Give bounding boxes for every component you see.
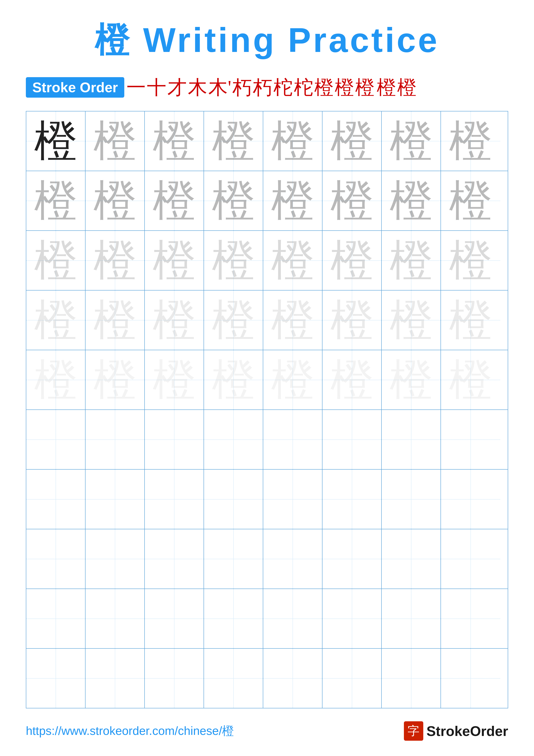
grid-cell-6-7[interactable] [382,410,441,469]
grid-cell-5-2[interactable]: 橙 [86,350,145,410]
grid-cell-6-3[interactable] [145,410,204,469]
grid-cell-9-1[interactable] [26,589,86,648]
stroke-12: 橙 [355,77,375,98]
practice-char: 橙 [449,179,492,222]
grid-cell-6-5[interactable] [263,410,322,469]
grid-cell-4-2[interactable]: 橙 [86,290,145,350]
grid-cell-3-2[interactable]: 橙 [86,231,145,290]
grid-cell-3-1[interactable]: 橙 [26,231,86,290]
grid-cell-9-2[interactable] [86,589,145,648]
grid-cell-10-3[interactable] [145,649,204,708]
grid-cell-1-7[interactable]: 橙 [382,111,441,171]
grid-cell-2-2[interactable]: 橙 [86,171,145,230]
grid-cell-10-6[interactable] [322,649,382,708]
grid-cell-1-4[interactable]: 橙 [204,111,263,171]
practice-char: 橙 [390,120,433,163]
grid-cell-8-1[interactable] [26,529,86,588]
grid-cell-5-4[interactable]: 橙 [204,350,263,410]
grid-cell-10-1[interactable] [26,649,86,708]
grid-row-7 [26,470,508,529]
grid-cell-3-7[interactable]: 橙 [382,231,441,290]
grid-cell-6-4[interactable] [204,410,263,469]
grid-cell-10-5[interactable] [263,649,322,708]
grid-cell-7-1[interactable] [26,470,86,529]
grid-cell-9-5[interactable] [263,589,322,648]
grid-cell-6-6[interactable] [322,410,382,469]
grid-cell-1-6[interactable]: 橙 [322,111,382,171]
grid-cell-6-8[interactable] [441,410,500,469]
page: 橙 Writing Practice Stroke Order 一 十 才 木 … [0,0,534,756]
stroke-14: 橙 [397,77,417,98]
grid-cell-8-3[interactable] [145,529,204,588]
grid-cell-5-8[interactable]: 橙 [441,350,500,410]
grid-cell-9-6[interactable] [322,589,382,648]
grid-cell-10-7[interactable] [382,649,441,708]
grid-cell-8-4[interactable] [204,529,263,588]
grid-row-4: 橙 橙 橙 橙 橙 橙 橙 橙 [26,290,508,350]
grid-row-8 [26,529,508,589]
footer-url: https://www.strokeorder.com/chinese/橙 [26,723,234,739]
grid-cell-1-3[interactable]: 橙 [145,111,204,171]
grid-cell-7-6[interactable] [322,470,382,529]
grid-cell-3-6[interactable]: 橙 [322,231,382,290]
grid-cell-6-1[interactable] [26,410,86,469]
grid-row-6 [26,410,508,470]
grid-cell-4-1[interactable]: 橙 [26,290,86,350]
grid-cell-10-8[interactable] [441,649,500,708]
practice-char: 橙 [390,299,433,342]
grid-cell-3-5[interactable]: 橙 [263,231,322,290]
practice-char: 橙 [153,299,196,342]
grid-cell-3-3[interactable]: 橙 [145,231,204,290]
grid-cell-4-4[interactable]: 橙 [204,290,263,350]
stroke-sequence: 一 十 才 木 木' 朽 朽 柁 柁 橙 橙 橙 橙 橙 [126,77,508,98]
grid-cell-8-2[interactable] [86,529,145,588]
grid-cell-4-7[interactable]: 橙 [382,290,441,350]
grid-cell-9-7[interactable] [382,589,441,648]
grid-cell-2-4[interactable]: 橙 [204,171,263,230]
grid-cell-3-8[interactable]: 橙 [441,231,500,290]
grid-cell-7-4[interactable] [204,470,263,529]
stroke-7: 朽 [253,77,272,98]
grid-cell-1-5[interactable]: 橙 [263,111,322,171]
grid-cell-7-7[interactable] [382,470,441,529]
grid-cell-7-5[interactable] [263,470,322,529]
grid-cell-5-6[interactable]: 橙 [322,350,382,410]
grid-cell-8-7[interactable] [382,529,441,588]
grid-cell-6-2[interactable] [86,410,145,469]
grid-cell-7-2[interactable] [86,470,145,529]
practice-grid: 橙 橙 橙 橙 橙 橙 橙 橙 橙 橙 橙 橙 橙 橙 橙 橙 橙 橙 橙 橙 … [26,111,508,708]
grid-row-5: 橙 橙 橙 橙 橙 橙 橙 橙 [26,350,508,410]
grid-cell-9-3[interactable] [145,589,204,648]
grid-cell-5-7[interactable]: 橙 [382,350,441,410]
grid-cell-2-8[interactable]: 橙 [441,171,500,230]
grid-cell-5-5[interactable]: 橙 [263,350,322,410]
grid-cell-7-8[interactable] [441,470,500,529]
stroke-3: 才 [167,77,187,98]
grid-cell-2-7[interactable]: 橙 [382,171,441,230]
grid-cell-2-1[interactable]: 橙 [26,171,86,230]
grid-cell-8-6[interactable] [322,529,382,588]
grid-cell-8-8[interactable] [441,529,500,588]
grid-cell-5-3[interactable]: 橙 [145,350,204,410]
grid-cell-4-6[interactable]: 橙 [322,290,382,350]
grid-cell-1-1[interactable]: 橙 [26,111,86,171]
grid-cell-4-8[interactable]: 橙 [441,290,500,350]
grid-cell-10-4[interactable] [204,649,263,708]
grid-cell-2-5[interactable]: 橙 [263,171,322,230]
grid-cell-5-1[interactable]: 橙 [26,350,86,410]
grid-cell-3-4[interactable]: 橙 [204,231,263,290]
grid-cell-10-2[interactable] [86,649,145,708]
grid-cell-2-3[interactable]: 橙 [145,171,204,230]
grid-cell-7-3[interactable] [145,470,204,529]
grid-cell-1-2[interactable]: 橙 [86,111,145,171]
grid-cell-4-5[interactable]: 橙 [263,290,322,350]
grid-cell-9-8[interactable] [441,589,500,648]
grid-cell-8-5[interactable] [263,529,322,588]
grid-cell-4-3[interactable]: 橙 [145,290,204,350]
practice-char: 橙 [271,358,314,401]
grid-cell-9-4[interactable] [204,589,263,648]
grid-cell-1-8[interactable]: 橙 [441,111,500,171]
grid-cell-2-6[interactable]: 橙 [322,171,382,230]
practice-char: 橙 [212,299,255,342]
practice-char: 橙 [449,358,492,401]
